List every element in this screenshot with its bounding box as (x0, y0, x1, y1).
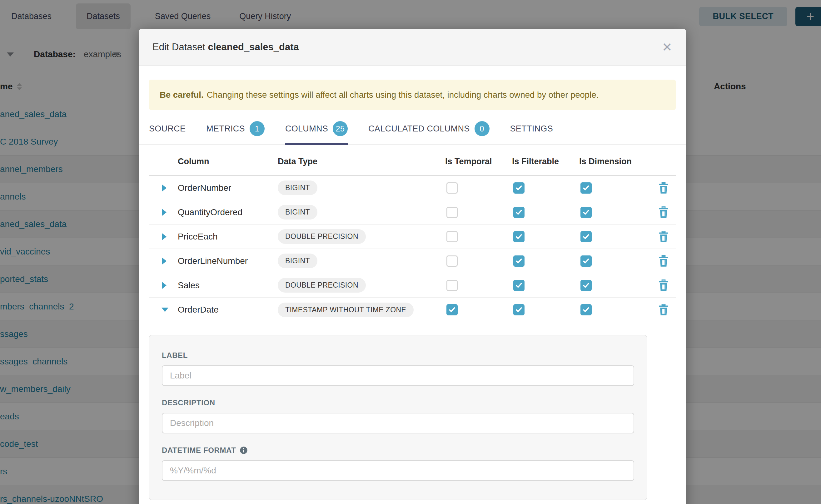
modal-title-prefix: Edit Dataset (152, 42, 205, 52)
modal-tab-label: SETTINGS (510, 124, 553, 134)
modal-tabs: SOURCE METRICS 1 COLUMNS 25 CALCULATED C… (149, 121, 676, 144)
edit-dataset-modal: Edit Dataset cleaned_sales_data ✕ Be car… (139, 29, 686, 504)
column-name: OrderLineNumber (178, 256, 278, 266)
expand-caret-icon[interactable] (161, 308, 168, 312)
datetime-format-label-text: DATETIME FORMAT (162, 446, 236, 455)
modal-tab-label: METRICS (206, 124, 245, 134)
is-dimension-checkbox[interactable] (581, 207, 592, 218)
trash-icon[interactable] (658, 206, 669, 219)
column-header: Column (178, 157, 278, 166)
modal-tabs-bar: SOURCE METRICS 1 COLUMNS 25 CALCULATED C… (139, 121, 686, 145)
label-field-label: LABEL (162, 351, 634, 360)
is-temporal-checkbox[interactable] (447, 255, 458, 267)
datasets-page: DatabasesDatasetsSaved QueriesQuery Hist… (0, 0, 821, 504)
modal-tab-label: CALCULATED COLUMNS (368, 124, 470, 134)
data-type-pill: BIGINT (278, 254, 317, 268)
is-temporal-checkbox[interactable] (447, 280, 458, 291)
column-name: Sales (178, 280, 278, 290)
is-temporal-checkbox[interactable] (447, 207, 458, 218)
expand-caret-icon[interactable] (162, 258, 166, 264)
trash-icon[interactable] (658, 255, 669, 267)
data-type-pill: DOUBLE PRECISION (278, 229, 366, 244)
is-temporal-header: Is Temporal (445, 157, 512, 166)
datetime-format-field-label: DATETIME FORMAT (162, 446, 634, 455)
description-input[interactable] (162, 413, 634, 433)
description-field-block: DESCRIPTION (162, 398, 634, 433)
modal-dataset-name: cleaned_sales_data (208, 42, 299, 52)
is-dimension-header: Is Dimension (579, 157, 651, 166)
data-type-pill: TIMESTAMP WITHOUT TIME ZONE (278, 303, 414, 317)
modal-title: Edit Dataset cleaned_sales_data (152, 42, 299, 53)
columns-table: Column Data Type Is Temporal Is Filterab… (149, 145, 676, 322)
description-field-label: DESCRIPTION (162, 398, 634, 407)
column-row: OrderDate TIMESTAMP WITHOUT TIME ZONE (149, 298, 676, 322)
modal-tab[interactable]: SETTINGS (510, 121, 553, 144)
column-row: PriceEach DOUBLE PRECISION (149, 225, 676, 249)
modal-tab[interactable]: CALCULATED COLUMNS 0 (368, 121, 489, 144)
data-type-header: Data Type (278, 157, 445, 166)
is-filterable-checkbox[interactable] (513, 207, 525, 218)
modal-tab-label: COLUMNS (285, 124, 328, 134)
column-name: PriceEach (178, 232, 278, 242)
is-temporal-checkbox[interactable] (447, 231, 458, 242)
label-input[interactable] (162, 365, 634, 386)
modal-tab[interactable]: SOURCE (149, 121, 185, 144)
is-dimension-checkbox[interactable] (581, 182, 592, 194)
is-dimension-checkbox[interactable] (581, 304, 592, 315)
column-row: QuantityOrdered BIGINT (149, 200, 676, 225)
column-name: OrderNumber (178, 183, 278, 193)
expand-caret-icon[interactable] (162, 209, 166, 216)
is-filterable-checkbox[interactable] (513, 182, 525, 194)
info-icon[interactable] (240, 446, 248, 454)
columns-table-header: Column Data Type Is Temporal Is Filterab… (149, 145, 676, 176)
column-row: OrderLineNumber BIGINT (149, 249, 676, 273)
is-temporal-checkbox[interactable] (447, 182, 458, 194)
column-row: Sales DOUBLE PRECISION (149, 273, 676, 298)
modal-header: Edit Dataset cleaned_sales_data ✕ (139, 29, 686, 66)
is-temporal-checkbox[interactable] (447, 304, 458, 315)
column-editor-panel: LABEL DESCRIPTION DATETIME FORMAT (149, 335, 647, 500)
is-filterable-header: Is Filterable (512, 157, 579, 166)
trash-icon[interactable] (658, 279, 669, 292)
columns-table-body: OrderNumber BIGINT QuantityOrdered BIGIN… (149, 176, 676, 322)
datetime-format-input[interactable] (162, 460, 634, 481)
column-name: QuantityOrdered (178, 207, 278, 217)
column-name: OrderDate (178, 305, 278, 315)
warning-bold-text: Be careful. (160, 90, 204, 100)
is-filterable-checkbox[interactable] (513, 304, 525, 315)
modal-tab[interactable]: METRICS 1 (206, 121, 264, 144)
trash-icon[interactable] (658, 182, 669, 194)
tab-count-badge: 1 (250, 121, 264, 136)
expand-caret-icon[interactable] (162, 282, 166, 289)
datetime-format-field-block: DATETIME FORMAT (162, 446, 634, 481)
is-filterable-checkbox[interactable] (513, 231, 525, 242)
label-field-block: LABEL (162, 351, 634, 386)
is-dimension-checkbox[interactable] (581, 280, 592, 291)
trash-icon[interactable] (658, 304, 669, 316)
data-type-pill: DOUBLE PRECISION (278, 278, 366, 293)
tab-count-badge: 0 (475, 121, 490, 136)
expand-caret-icon[interactable] (162, 233, 166, 240)
is-dimension-checkbox[interactable] (581, 231, 592, 242)
data-type-pill: BIGINT (278, 180, 317, 195)
is-filterable-checkbox[interactable] (513, 255, 525, 267)
is-filterable-checkbox[interactable] (513, 280, 525, 291)
tab-count-badge: 25 (333, 121, 348, 136)
modal-tab-label: SOURCE (149, 124, 185, 134)
data-type-pill: BIGINT (278, 205, 317, 220)
close-icon[interactable]: ✕ (662, 41, 672, 53)
column-row: OrderNumber BIGINT (149, 176, 676, 200)
warning-text: Changing these settings will affect all … (207, 90, 599, 100)
modal-tab[interactable]: COLUMNS 25 (285, 121, 348, 144)
is-dimension-checkbox[interactable] (581, 255, 592, 267)
expand-caret-icon[interactable] (162, 185, 166, 191)
warning-banner: Be careful. Changing these settings will… (149, 80, 676, 110)
trash-icon[interactable] (658, 230, 669, 243)
